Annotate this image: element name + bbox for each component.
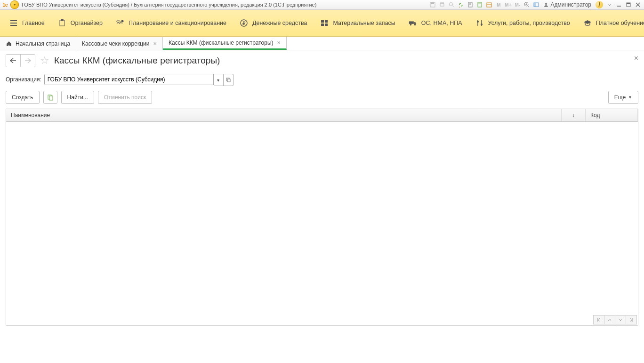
zoom-icon[interactable] [523, 1, 531, 8]
document-tabs: Начальная страница Кассовые чеки коррекц… [0, 37, 644, 50]
svg-rect-37 [409, 21, 414, 24]
calculator-icon[interactable] [475, 1, 484, 8]
svg-rect-47 [49, 96, 53, 100]
svg-rect-33 [321, 20, 324, 23]
find-button[interactable]: Найти... [61, 91, 94, 104]
tab-label: Кассовые чеки коррекции [82, 40, 149, 47]
svg-point-38 [410, 24, 412, 26]
ribbon-item-assets[interactable]: ОС, НМА, НПА [402, 19, 469, 27]
ribbon-label: Планирование и санкционирование [129, 20, 226, 26]
svg-point-19 [545, 3, 547, 5]
ribbon-item-money[interactable]: ₽ Денежные средства [233, 19, 314, 27]
col-name-header[interactable]: Наименование [6, 109, 562, 121]
svg-rect-45 [227, 79, 230, 82]
tab-label: Начальная страница [16, 40, 70, 47]
svg-rect-1 [431, 2, 434, 4]
document-icon[interactable] [466, 1, 475, 8]
sliders-icon [475, 19, 484, 27]
user-indicator[interactable]: Администратор [541, 1, 593, 8]
link-icon[interactable] [457, 1, 465, 8]
m-minus-icon[interactable]: M- [513, 1, 522, 8]
more-button[interactable]: Еще▼ [608, 91, 638, 104]
ribbon-label: ОС, НМА, НПА [421, 20, 462, 26]
list-toolbar: Создать Найти... Отменить поиск Еще▼ [6, 91, 638, 104]
close-icon[interactable] [634, 1, 642, 8]
user-name: Администратор [550, 1, 591, 8]
home-icon [6, 40, 12, 47]
col-sort-indicator[interactable]: ↓ [562, 109, 586, 121]
grid-nav-first[interactable] [593, 315, 604, 324]
data-grid: Наименование ↓ Код [6, 109, 638, 326]
print-icon[interactable] [438, 1, 446, 8]
ribbon-item-materials[interactable]: Материальные запасы [314, 19, 402, 27]
org-filter-row: Организация: ▾ [6, 74, 638, 85]
calendar-icon[interactable] [485, 1, 493, 8]
tab-close-icon[interactable]: × [153, 40, 157, 47]
tab-kkm[interactable]: Кассы ККМ (фискальные регистраторы) × [163, 37, 287, 50]
clipboard-icon [58, 19, 66, 27]
ribbon-label: Платное обучение [596, 20, 644, 26]
main-ribbon: Главное Органайзер Планирование и санкци… [0, 10, 644, 37]
window-titlebar: 1c ГОБУ ВПО Университет искусств (Субсид… [0, 0, 644, 10]
boxes-icon [320, 19, 329, 27]
graduation-icon [583, 19, 592, 27]
tab-label: Кассы ККМ (фискальные регистраторы) [169, 39, 274, 46]
svg-rect-18 [534, 3, 536, 7]
tab-close-icon[interactable]: × [277, 39, 281, 46]
m-icon[interactable]: M [494, 1, 503, 8]
org-dropdown-button[interactable]: ▾ [214, 74, 224, 86]
truck-icon [409, 19, 417, 27]
svg-text:₽: ₽ [242, 21, 246, 26]
ribbon-item-education[interactable]: Платное обучение [577, 19, 644, 27]
ribbon-item-services[interactable]: Услуги, работы, производство [469, 19, 577, 27]
ribbon-label: Денежные средства [252, 20, 307, 26]
info-icon[interactable]: i [596, 1, 603, 8]
svg-line-16 [528, 6, 529, 7]
nav-back-button[interactable] [6, 55, 20, 67]
svg-rect-35 [321, 24, 324, 26]
app-menu-dropdown[interactable] [10, 0, 19, 9]
page-close-icon[interactable]: × [634, 54, 638, 63]
page-content: × ☆ Кассы ККМ (фискальные регистраторы) … [0, 50, 644, 330]
org-open-button[interactable] [224, 74, 233, 86]
save-icon[interactable] [428, 1, 437, 8]
panel-icon[interactable] [532, 1, 540, 8]
svg-rect-36 [325, 24, 328, 26]
copy-button[interactable] [43, 91, 57, 104]
minimize-icon[interactable] [615, 1, 623, 8]
svg-point-4 [450, 3, 453, 6]
tab-receipts[interactable]: Кассовые чеки коррекции × [76, 37, 163, 50]
m-plus-icon[interactable]: M+ [504, 1, 512, 8]
page-title: Кассы ККМ (фискальные регистраторы) [54, 55, 220, 66]
search-icon[interactable] [447, 1, 456, 8]
svg-rect-11 [487, 3, 491, 7]
svg-rect-2 [440, 4, 444, 6]
grid-nav-down[interactable] [615, 315, 626, 324]
menu-icon [9, 19, 18, 27]
info-dropdown-icon[interactable] [605, 1, 614, 8]
ribbon-item-main[interactable]: Главное [3, 19, 51, 27]
app-1c-icon: 1c [2, 1, 8, 8]
org-combo: ▾ [44, 74, 233, 85]
nav-forward-button[interactable] [20, 55, 35, 67]
maximize-icon[interactable] [624, 1, 633, 8]
grid-body[interactable] [6, 122, 638, 325]
ruble-icon: ₽ [240, 19, 248, 27]
tab-home[interactable]: Начальная страница [0, 37, 76, 50]
svg-rect-10 [478, 3, 481, 4]
svg-line-5 [452, 6, 454, 7]
svg-point-41 [477, 21, 479, 23]
favorite-star-icon[interactable]: ☆ [40, 55, 49, 67]
ribbon-item-organizer[interactable]: Органайзер [51, 19, 109, 27]
page-header: ☆ Кассы ККМ (фискальные регистраторы) [6, 54, 638, 67]
org-input[interactable] [44, 74, 214, 85]
ribbon-label: Органайзер [71, 20, 103, 26]
svg-rect-3 [441, 2, 443, 4]
titlebar-tools: M M+ M- Администратор i [428, 1, 642, 8]
ribbon-item-planning[interactable]: Планирование и санкционирование [109, 19, 233, 27]
col-code-header[interactable]: Код [586, 109, 638, 121]
grid-nav-up[interactable] [604, 315, 615, 324]
create-button[interactable]: Создать [6, 91, 40, 104]
grid-nav-last[interactable] [626, 315, 637, 324]
grid-nav-buttons [593, 315, 637, 324]
